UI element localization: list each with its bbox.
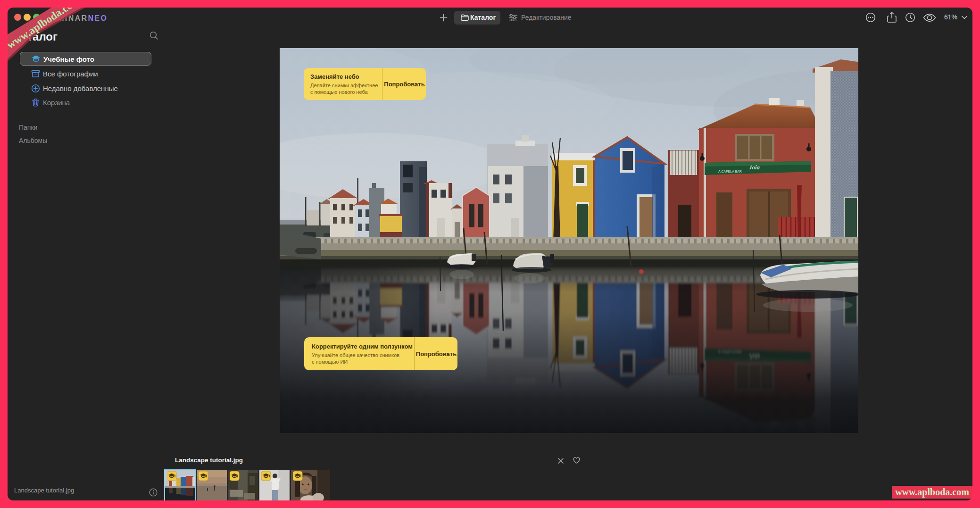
svg-text:Joia: Joia <box>748 164 760 171</box>
svg-text:A CAPELA BAR: A CAPELA BAR <box>718 170 742 173</box>
